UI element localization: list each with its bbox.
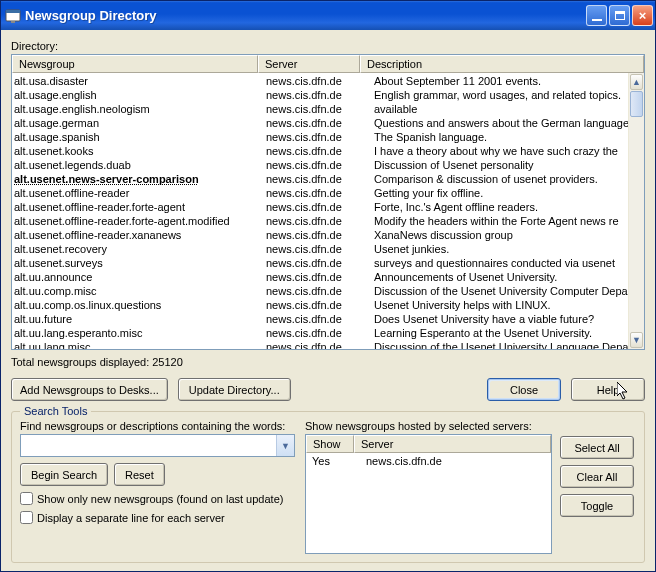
row-newsgroup: alt.usenet.offline-reader — [12, 186, 260, 200]
begin-search-button[interactable]: Begin Search — [20, 463, 108, 486]
row-server: news.cis.dfn.de — [260, 214, 368, 228]
maximize-button[interactable] — [609, 5, 630, 26]
column-header-show[interactable]: Show — [306, 435, 354, 453]
row-server: news.cis.dfn.de — [260, 284, 368, 298]
row-newsgroup: alt.uu.comp.os.linux.questions — [12, 298, 260, 312]
find-label: Find newsgroups or descriptions containi… — [20, 420, 295, 432]
toggle-button[interactable]: Toggle — [560, 494, 634, 517]
table-row[interactable]: alt.usenet.offline-reader.xananewsnews.c… — [12, 228, 628, 242]
directory-label: Directory: — [11, 40, 645, 52]
server-rows[interactable]: Yesnews.cis.dfn.de — [306, 453, 551, 553]
row-server: news.cis.dfn.de — [260, 312, 368, 326]
separate-line-checkbox[interactable] — [20, 511, 33, 524]
row-server: news.cis.dfn.de — [260, 242, 368, 256]
table-row[interactable]: alt.usage.germannews.cis.dfn.deQuestions… — [12, 116, 628, 130]
row-server: news.cis.dfn.de — [260, 102, 368, 116]
table-row[interactable]: alt.usage.englishnews.cis.dfn.deEnglish … — [12, 88, 628, 102]
row-description: surveys and questionnaires conducted via… — [368, 256, 628, 270]
row-server: news.cis.dfn.de — [260, 116, 368, 130]
table-row[interactable]: alt.uu.futurenews.cis.dfn.deDoes Usenet … — [12, 312, 628, 326]
row-newsgroup: alt.usenet.offline-reader.forte-agent — [12, 200, 260, 214]
table-row[interactable]: alt.uu.announcenews.cis.dfn.deAnnounceme… — [12, 270, 628, 284]
row-server: news.cis.dfn.de — [260, 270, 368, 284]
table-row[interactable]: alt.usenet.recoverynews.cis.dfn.deUsenet… — [12, 242, 628, 256]
list-rows[interactable]: alt.usa.disasternews.cis.dfn.deAbout Sep… — [12, 73, 628, 349]
row-description: XanaNews discussion group — [368, 228, 628, 242]
row-description: Usenet junkies. — [368, 242, 628, 256]
table-row[interactable]: alt.usa.disasternews.cis.dfn.deAbout Sep… — [12, 74, 628, 88]
server-list[interactable]: Show Server Yesnews.cis.dfn.de — [305, 434, 552, 554]
app-icon — [5, 8, 21, 24]
server-row-name: news.cis.dfn.de — [360, 454, 551, 468]
row-newsgroup: alt.uu.lang.esperanto.misc — [12, 326, 260, 340]
table-row[interactable]: alt.usenet.offline-reader.forte-agentnew… — [12, 200, 628, 214]
table-row[interactable]: alt.uu.lang.miscnews.cis.dfn.deDiscussio… — [12, 340, 628, 349]
scroll-down-arrow[interactable]: ▼ — [630, 332, 643, 348]
table-row[interactable]: alt.usenet.news-server-comparisonnews.ci… — [12, 172, 628, 186]
column-header-newsgroup[interactable]: Newsgroup — [12, 55, 258, 73]
column-header-server[interactable]: Server — [258, 55, 360, 73]
row-server: news.cis.dfn.de — [260, 340, 368, 349]
row-server: news.cis.dfn.de — [260, 326, 368, 340]
row-server: news.cis.dfn.de — [260, 88, 368, 102]
row-newsgroup: alt.usenet.offline-reader.forte-agent.mo… — [12, 214, 260, 228]
table-row[interactable]: alt.uu.comp.miscnews.cis.dfn.deDiscussio… — [12, 284, 628, 298]
server-row-show: Yes — [306, 454, 360, 468]
clear-all-button[interactable]: Clear All — [560, 465, 634, 488]
row-newsgroup: alt.usenet.legends.duab — [12, 158, 260, 172]
server-row[interactable]: Yesnews.cis.dfn.de — [306, 454, 551, 468]
titlebar[interactable]: Newsgroup Directory × — [1, 1, 655, 30]
svg-rect-2 — [11, 21, 15, 23]
column-header-description[interactable]: Description — [360, 55, 644, 73]
close-button[interactable]: Close — [487, 378, 561, 401]
column-header-server-name[interactable]: Server — [354, 435, 551, 453]
window-title: Newsgroup Directory — [25, 8, 586, 23]
scroll-up-arrow[interactable]: ▲ — [630, 74, 643, 90]
search-combobox[interactable]: ▼ — [20, 434, 295, 457]
row-server: news.cis.dfn.de — [260, 298, 368, 312]
row-newsgroup: alt.uu.comp.misc — [12, 284, 260, 298]
table-row[interactable]: alt.usage.spanishnews.cis.dfn.deThe Span… — [12, 130, 628, 144]
add-newsgroups-button[interactable]: Add Newsgroups to Desks... — [11, 378, 168, 401]
row-description: available — [368, 102, 628, 116]
table-row[interactable]: alt.uu.comp.os.linux.questionsnews.cis.d… — [12, 298, 628, 312]
select-all-button[interactable]: Select All — [560, 436, 634, 459]
scroll-thumb[interactable] — [630, 91, 643, 117]
show-hosted-label: Show newsgroups hosted by selected serve… — [305, 420, 552, 432]
table-row[interactable]: alt.usage.english.neologismnews.cis.dfn.… — [12, 102, 628, 116]
row-server: news.cis.dfn.de — [260, 172, 368, 186]
row-description: Discussion of the Usenet University Comp… — [368, 284, 628, 298]
row-newsgroup: alt.usage.spanish — [12, 130, 260, 144]
separate-line-label: Display a separate line for each server — [37, 512, 225, 524]
show-only-new-checkbox-row[interactable]: Show only new newsgroups (found on last … — [20, 492, 295, 505]
table-row[interactable]: alt.usenet.offline-reader.forte-agent.mo… — [12, 214, 628, 228]
row-description: Modify the headers within the Forte Agen… — [368, 214, 628, 228]
table-row[interactable]: alt.usenet.kooksnews.cis.dfn.deI have a … — [12, 144, 628, 158]
status-total: Total newsgroups displayed: 25120 — [11, 356, 645, 368]
minimize-button[interactable] — [586, 5, 607, 26]
table-row[interactable]: alt.usenet.offline-readernews.cis.dfn.de… — [12, 186, 628, 200]
row-newsgroup: alt.uu.future — [12, 312, 260, 326]
list-header[interactable]: Newsgroup Server Description — [12, 55, 644, 73]
search-tools-legend: Search Tools — [20, 405, 91, 417]
row-server: news.cis.dfn.de — [260, 144, 368, 158]
row-description: I have a theory about why we have such c… — [368, 144, 628, 158]
help-button[interactable]: Help — [571, 378, 645, 401]
row-description: Announcements of Usenet University. — [368, 270, 628, 284]
row-description: Does Usenet University have a viable fut… — [368, 312, 628, 326]
row-description: About September 11 2001 events. — [368, 74, 628, 88]
table-row[interactable]: alt.usenet.legends.duabnews.cis.dfn.deDi… — [12, 158, 628, 172]
vertical-scrollbar[interactable]: ▲ ▼ — [628, 73, 644, 349]
table-row[interactable]: alt.usenet.surveysnews.cis.dfn.desurveys… — [12, 256, 628, 270]
newsgroup-list[interactable]: Newsgroup Server Description alt.usa.dis… — [11, 54, 645, 350]
chevron-down-icon[interactable]: ▼ — [276, 435, 294, 456]
row-description: Getting your fix offline. — [368, 186, 628, 200]
search-input[interactable] — [21, 435, 276, 456]
separate-line-checkbox-row[interactable]: Display a separate line for each server — [20, 511, 295, 524]
show-only-new-label: Show only new newsgroups (found on last … — [37, 493, 283, 505]
close-window-button[interactable]: × — [632, 5, 653, 26]
show-only-new-checkbox[interactable] — [20, 492, 33, 505]
table-row[interactable]: alt.uu.lang.esperanto.miscnews.cis.dfn.d… — [12, 326, 628, 340]
reset-button[interactable]: Reset — [114, 463, 165, 486]
update-directory-button[interactable]: Update Directory... — [178, 378, 291, 401]
